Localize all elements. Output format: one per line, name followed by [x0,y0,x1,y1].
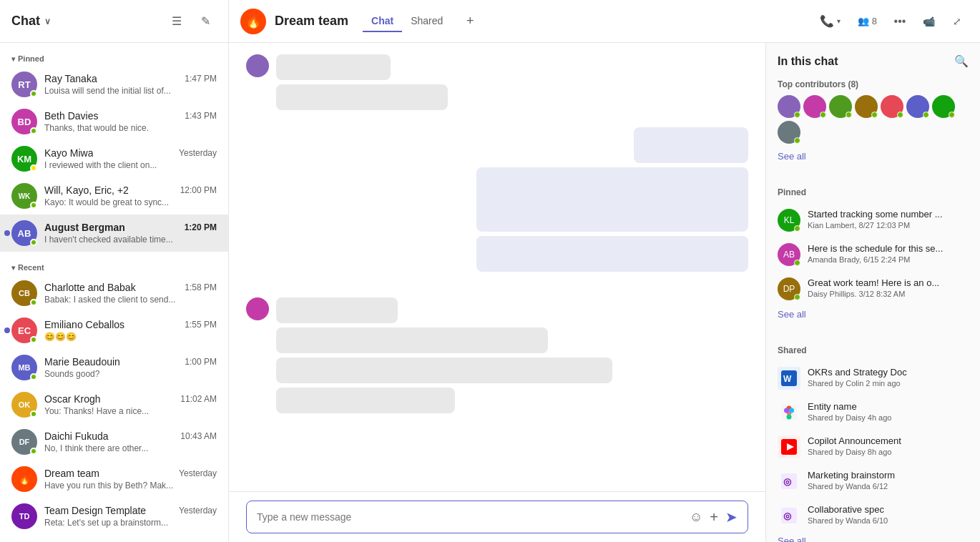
shared-item[interactable]: W OKRs and Strategy Doc Shared by Colin … [778,361,969,395]
status-dot [30,90,37,97]
contributor-avatar [932,95,955,118]
chat-name: Marie Beaudouin [44,356,120,368]
chat-time: 1:47 PM [185,74,217,84]
status-dot [30,410,37,418]
list-item[interactable]: KM Kayo Miwa Yesterday I reviewed with t… [0,140,228,177]
chat-name: Daichi Fukuda [44,430,109,442]
shared-file-meta: Shared by Wanda 6/10 [808,516,969,525]
chat-info: Marie Beaudouin 1:00 PM Sounds good? [44,356,217,379]
tab-chat[interactable]: Chat [363,11,402,32]
main-area: ☺ + ➤ In this chat 🔍 Top contributors (8… [229,43,980,542]
status-dot [871,112,878,118]
message-bubble [276,358,612,383]
new-chat-icon[interactable]: ✎ [194,10,217,33]
emoji-button[interactable]: ☺ [690,510,702,525]
shared-file-info: Collaborative spec Shared by Wanda 6/10 [808,504,969,525]
status-dot [794,260,800,266]
list-item[interactable]: TD Team Design Template Yesterday Reta: … [0,498,228,535]
svg-text:◎: ◎ [783,511,792,521]
phone-icon: 📞 [820,14,834,28]
more-options-button[interactable]: ••• [888,10,911,33]
send-button[interactable]: ➤ [725,508,738,526]
chat-info: Kayo Miwa Yesterday I reviewed with the … [44,147,217,170]
call-button[interactable]: 📞 ▾ [814,11,846,31]
pinned-title: Started tracking some number ... [808,209,969,220]
message-bubble [276,327,548,353]
see-all-contributors-link[interactable]: See all [778,148,969,164]
svg-text:◎: ◎ [783,476,792,487]
message-bubble [276,54,391,80]
list-item[interactable]: 🔥 Dream team Yesterday Have you run this… [0,460,228,498]
shared-file-info: Marketing brainstorm Shared by Wanda 6/1… [808,470,969,491]
chat-name: Dream team [44,468,99,479]
bubble-group [276,54,448,110]
list-item[interactable]: EC Emiliano Ceballos 1:55 PM 😊😊😊 [0,312,228,349]
message-bubble [276,388,455,413]
popout-icon[interactable]: ⤢ [946,10,969,33]
avatar [246,54,269,77]
shared-item[interactable]: ◎ Collaborative spec Shared by Wanda 6/1… [778,498,969,533]
contributors-section: Top contributors (8) [766,74,980,170]
message-bubble [476,167,748,232]
list-item[interactable]: OK Oscar Krogh 11:02 AM You: Thanks! Hav… [0,386,228,423]
pinned-item[interactable]: KL Started tracking some number ... Kian… [778,203,969,237]
chat-name: Emiliano Ceballos [44,319,124,330]
status-dot [923,112,929,118]
messages-list [229,43,765,491]
chat-tabs: Chat Shared [363,11,451,32]
shared-item[interactable]: Entity name Shared by Daisy 4h ago [778,395,969,430]
avatar: DP [778,277,800,300]
add-tab-button[interactable]: + [460,11,480,31]
list-item[interactable]: DF Daichi Fukuda 10:43 AM No, I think th… [0,423,228,460]
participants-button[interactable]: 👥 8 [852,13,883,29]
right-col: 🔥 Dream team Chat Shared + 📞 ▾ 👥 8 ••• 📹… [229,0,980,542]
right-panel-header: In this chat 🔍 [766,43,980,74]
svg-point-5 [787,415,792,420]
meeting-icon[interactable]: 📹 [917,10,940,33]
participants-count: 8 [872,16,877,26]
status-dot [30,202,37,209]
recent-chevron: ▾ [11,264,15,272]
list-item[interactable]: BD Beth Davies 1:43 PM Thanks, that woul… [0,103,228,140]
chat-name: Oscar Krogh [44,393,101,405]
search-icon[interactable]: 🔍 [954,54,969,68]
avatar: AB [778,243,800,266]
message-bubble [476,236,748,272]
list-item[interactable]: RT Ray Tanaka 1:47 PM Louisa will send t… [0,66,228,103]
message-bubble [276,84,448,110]
people-icon: 👥 [858,16,869,26]
chat-time: 1:20 PM [185,222,217,232]
status-dot [30,239,37,246]
loop-file-icon-2: ◎ [778,504,800,527]
header-actions: 📞 ▾ 👥 8 ••• 📹 ⤢ [814,10,969,33]
chat-time: Yesterday [179,468,217,478]
chevron-down-icon[interactable]: ∨ [44,16,51,26]
list-item[interactable]: AB August Bergman 1:20 PM I haven't chec… [0,215,228,252]
chat-info: August Bergman 1:20 PM I haven't checked… [44,222,217,245]
shared-item[interactable]: Copilot Announcement Shared by Daisy 8h … [778,430,969,464]
filter-icon[interactable]: ☰ [165,10,188,33]
chat-time: 1:43 PM [185,111,217,121]
chat-time: 1:55 PM [185,320,217,330]
shared-file-meta: Shared by Daisy 4h ago [808,413,969,422]
list-item[interactable]: WK Will, Kayo, Eric, +2 12:00 PM Kayo: I… [0,177,228,215]
contributor-avatar [829,95,852,118]
shared-section: Shared W OKRs and Strategy Doc Shared by… [766,340,980,542]
chat-name: Ray Tanaka [44,73,97,84]
list-item[interactable]: CB Charlotte and Babak 1:58 PM Babak: I … [0,275,228,312]
shared-item[interactable]: ◎ Marketing brainstorm Shared by Wanda 6… [778,464,969,498]
see-all-shared-link[interactable]: See all [778,533,969,542]
see-all-pinned-link[interactable]: See all [778,306,969,322]
contributor-avatar [778,121,800,144]
pinned-item[interactable]: DP Great work team! Here is an o... Dais… [778,272,969,306]
contributor-avatar [803,95,826,118]
shared-file-info: Entity name Shared by Daisy 4h ago [808,401,969,422]
pinned-item[interactable]: AB Here is the schedule for this se... A… [778,237,969,272]
tab-shared[interactable]: Shared [402,11,451,32]
pinned-chevron: ▾ [11,55,15,63]
list-item[interactable]: MB Marie Beaudouin 1:00 PM Sounds good? [0,349,228,386]
shared-file-info: Copilot Announcement Shared by Daisy 8h … [808,435,969,456]
message-input[interactable] [257,511,682,523]
add-attachment-button[interactable]: + [710,509,718,526]
avatar: WK [11,183,37,209]
